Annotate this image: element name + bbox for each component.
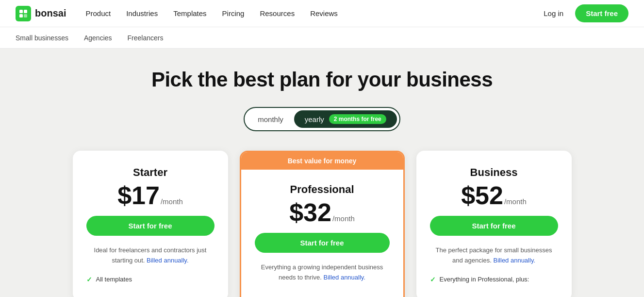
business-amount: $52 bbox=[461, 183, 503, 208]
nav-resources[interactable]: Resources bbox=[260, 9, 295, 17]
subnav-freelancers[interactable]: Freelancers bbox=[128, 34, 164, 42]
start-free-button[interactable]: Start free bbox=[575, 4, 628, 22]
svg-rect-0 bbox=[19, 10, 23, 13]
svg-rect-2 bbox=[19, 14, 23, 17]
business-feature-label: Everything in Professional, plus: bbox=[440, 276, 529, 283]
promo-badge: 2 months for free bbox=[329, 114, 386, 124]
billing-toggle[interactable]: monthly yearly 2 months for free bbox=[244, 107, 400, 131]
page-title: Pick the best plan for your business bbox=[151, 68, 493, 91]
professional-name: Professional bbox=[255, 183, 390, 196]
nav-templates[interactable]: Templates bbox=[173, 9, 206, 17]
login-link[interactable]: Log in bbox=[544, 9, 563, 17]
business-description: The perfect package for small businesses… bbox=[430, 245, 558, 266]
starter-card: Starter $17 /month Start for free Ideal … bbox=[73, 151, 228, 297]
nav-links: Product Industries Templates Pircing Res… bbox=[85, 9, 544, 17]
nav-product[interactable]: Product bbox=[85, 9, 111, 17]
professional-card: Best value for money Professional $32 /m… bbox=[240, 151, 405, 297]
logo-text: bonsai bbox=[35, 8, 66, 19]
logo[interactable]: bonsai bbox=[16, 6, 66, 21]
pricing-cards: Starter $17 /month Start for free Ideal … bbox=[55, 151, 589, 297]
svg-rect-1 bbox=[24, 10, 27, 13]
nav-reviews[interactable]: Reviews bbox=[310, 9, 338, 17]
business-cta[interactable]: Start for free bbox=[430, 216, 558, 236]
subnav-small-businesses[interactable]: Small businesses bbox=[16, 34, 68, 42]
nav-pricing[interactable]: Pircing bbox=[222, 9, 245, 17]
toggle-yearly[interactable]: yearly 2 months for free bbox=[294, 110, 397, 128]
professional-description: Everything a growing independent busines… bbox=[255, 262, 390, 283]
professional-price: $32 /month bbox=[255, 200, 390, 225]
business-feature-1: ✓ Everything in Professional, plus: bbox=[430, 274, 558, 285]
nav-actions: Log in Start free bbox=[544, 4, 628, 22]
navbar: bonsai Product Industries Templates Pirc… bbox=[0, 0, 644, 27]
starter-amount: $17 bbox=[117, 183, 160, 208]
professional-amount: $32 bbox=[289, 200, 331, 225]
starter-name: Starter bbox=[86, 166, 215, 179]
svg-rect-3 bbox=[24, 14, 27, 17]
toggle-monthly[interactable]: monthly bbox=[247, 111, 294, 127]
sub-navbar: Small businesses Agencies Freelancers bbox=[0, 27, 644, 49]
subnav-agencies[interactable]: Agencies bbox=[84, 34, 112, 42]
featured-banner: Best value for money bbox=[241, 152, 403, 170]
starter-price: $17 /month bbox=[86, 183, 215, 208]
business-card: Business $52 /month Start for free The p… bbox=[416, 151, 572, 297]
starter-feature-label: All templates bbox=[96, 276, 132, 283]
professional-cta[interactable]: Start for free bbox=[255, 233, 390, 253]
featured-inner: Professional $32 /month Start for free E… bbox=[241, 170, 403, 297]
starter-description: Ideal for freelancers and contractors ju… bbox=[86, 245, 215, 266]
starter-feature-1: ✓ All templates bbox=[86, 274, 215, 285]
professional-period: /month bbox=[332, 214, 355, 223]
nav-industries[interactable]: Industries bbox=[126, 9, 158, 17]
business-check-icon: ✓ bbox=[430, 276, 436, 283]
business-name: Business bbox=[430, 166, 558, 179]
main-content: Pick the best plan for your business mon… bbox=[0, 49, 644, 297]
starter-cta[interactable]: Start for free bbox=[86, 216, 215, 236]
logo-icon bbox=[16, 6, 31, 21]
business-period: /month bbox=[504, 197, 527, 206]
starter-period: /month bbox=[161, 197, 183, 206]
check-icon: ✓ bbox=[86, 276, 92, 283]
business-price: $52 /month bbox=[430, 183, 558, 208]
